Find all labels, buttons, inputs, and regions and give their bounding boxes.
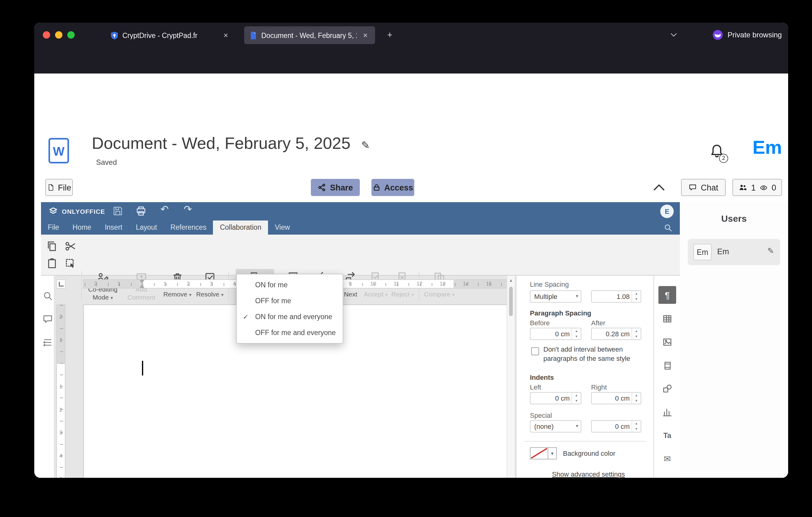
check-icon: ✓: [243, 309, 249, 325]
table-settings-icon[interactable]: [659, 310, 676, 328]
indent-right-spinner[interactable]: 0 cm▴▾: [591, 392, 641, 404]
undo-icon[interactable]: ↶: [158, 203, 171, 216]
caret-down-icon: ▾: [111, 295, 113, 300]
users-drawer: Users Em Em ✎: [680, 202, 788, 478]
viewers-eye-icon: [759, 184, 768, 191]
notification-count-badge: 2: [719, 154, 728, 163]
list-all-tabs-chevron-icon[interactable]: [669, 31, 678, 39]
tab-collaboration[interactable]: Collaboration: [213, 220, 268, 235]
print-icon[interactable]: [135, 205, 147, 217]
select-all-icon[interactable]: [64, 257, 77, 270]
file-menu-button[interactable]: File: [45, 179, 73, 196]
no-interval-checkbox[interactable]: [531, 347, 539, 355]
file-icon: [47, 183, 54, 192]
new-tab-button[interactable]: +: [384, 29, 396, 41]
editor-header-bar: ONLYOFFICE ↶ ↷ E: [41, 202, 680, 220]
indents-label: Indents: [530, 374, 554, 381]
line-spacing-amount-spinner[interactable]: 1.08▴▾: [591, 290, 641, 303]
special-select[interactable]: (none)▾: [530, 420, 581, 433]
after-label: After: [591, 319, 605, 326]
tab-view[interactable]: View: [268, 220, 296, 235]
spacing-before-spinner[interactable]: 0 cm▴▾: [530, 328, 581, 340]
private-browsing-label: Private browsing: [728, 31, 782, 39]
save-icon[interactable]: [112, 205, 124, 217]
browser-nav-bar: ← → ⌂ https://cryptpad.fr/doc/#/3/doc/ed…: [34, 47, 788, 74]
dropdown-item-off-for-everyone[interactable]: OFF for me and everyone: [237, 325, 343, 341]
scroll-up-arrow[interactable]: ▲: [507, 278, 515, 282]
edit-title-pencil-icon[interactable]: ✎: [361, 140, 370, 151]
track-changes-dropdown: ON for me OFF for me ✓ON for me and ever…: [236, 274, 343, 344]
paragraph-settings-panel: Line Spacing Multiple▾ 1.08▴▾ Paragraph …: [516, 276, 654, 478]
tab-stop-selector[interactable]: [56, 279, 65, 289]
cut-icon[interactable]: [64, 240, 77, 252]
left-indent-marker[interactable]: [139, 284, 144, 288]
dropdown-item-off-for-me[interactable]: OFF for me: [237, 293, 343, 309]
redo-icon[interactable]: ↷: [182, 203, 194, 216]
tab-home[interactable]: Home: [66, 220, 98, 235]
browser-window: CryptDrive - CryptPad.fr × Document - We…: [34, 23, 788, 478]
paste-icon[interactable]: [46, 257, 58, 270]
before-label: Before: [530, 319, 550, 326]
scrollbar-thumb[interactable]: [509, 287, 513, 316]
background-color-swatch[interactable]: [530, 447, 548, 459]
indent-right-label: Right: [591, 383, 607, 391]
editor-search-icon[interactable]: [663, 223, 672, 232]
text-art-settings-icon[interactable]: Ta: [659, 426, 676, 444]
copy-icon[interactable]: [46, 240, 58, 252]
edit-user-pencil-icon[interactable]: ✎: [767, 246, 774, 255]
tab-layout[interactable]: Layout: [129, 220, 164, 235]
users-panel-title: Users: [680, 213, 788, 224]
navigation-icon[interactable]: [42, 337, 53, 348]
cryptpad-page: W Document - Wed, February 5, 2025 ✎ Sav…: [34, 74, 788, 478]
indent-left-label: Left: [530, 383, 541, 391]
tab-close-icon[interactable]: ×: [221, 31, 231, 40]
document-type-icon: W: [48, 138, 69, 164]
editors-people-icon: [738, 183, 748, 192]
no-interval-label-line2: paragraphs of the same style: [543, 355, 630, 362]
share-button[interactable]: Share: [311, 179, 360, 196]
tab-cryptdrive[interactable]: CryptDrive - CryptPad.fr ×: [105, 26, 236, 44]
editor-user-avatar[interactable]: E: [660, 205, 674, 218]
vertical-ruler[interactable]: 21123456: [56, 289, 65, 478]
save-status: Saved: [96, 158, 117, 167]
special-amount-spinner[interactable]: 0 cm▴▾: [591, 420, 641, 433]
comments-icon[interactable]: [42, 314, 53, 325]
dropdown-item-on-for-everyone[interactable]: ✓ON for me and everyone: [237, 309, 343, 325]
user-card[interactable]: Em Em ✎: [688, 239, 780, 265]
background-color-caret[interactable]: ▾: [548, 447, 557, 459]
tab-references[interactable]: References: [164, 220, 213, 235]
mail-merge-icon[interactable]: ✉: [659, 450, 676, 467]
right-tool-strip: ¶ Ta ✉: [654, 276, 680, 478]
account-avatar-initials[interactable]: Em: [753, 137, 782, 159]
find-icon[interactable]: [42, 290, 53, 301]
caret-down-icon: ▾: [385, 292, 388, 298]
header-footer-settings-icon[interactable]: [659, 356, 676, 374]
line-spacing-label: Line Spacing: [530, 280, 569, 288]
dropdown-item-on-for-me[interactable]: ON for me: [237, 277, 343, 293]
image-settings-icon[interactable]: [659, 333, 676, 351]
advanced-settings-link[interactable]: Show advanced settings: [552, 470, 625, 478]
participants-indicator[interactable]: 1 0: [732, 179, 782, 196]
tab-close-icon[interactable]: ×: [360, 31, 370, 40]
tab-file[interactable]: File: [41, 220, 66, 235]
indent-left-spinner[interactable]: 0 cm▴▾: [530, 392, 581, 404]
traffic-close-button[interactable]: [43, 31, 50, 38]
access-button[interactable]: Access: [371, 179, 414, 196]
spacing-after-spinner[interactable]: 0.28 cm▴▾: [591, 328, 641, 340]
tab-document[interactable]: Document - Wed, February 5, 2025 ×: [244, 26, 375, 44]
tab-insert[interactable]: Insert: [98, 220, 129, 235]
collapse-toolbar-chevron-up-icon[interactable]: [651, 181, 667, 194]
chart-settings-icon[interactable]: [659, 403, 676, 421]
shape-settings-icon[interactable]: [659, 380, 676, 398]
vertical-scrollbar[interactable]: ▲ ▼: [507, 276, 515, 478]
traffic-zoom-button[interactable]: [67, 31, 75, 38]
tab-title: Document - Wed, February 5, 2025: [261, 31, 357, 39]
traffic-minimize-button[interactable]: [55, 31, 62, 38]
caret-down-icon: ▾: [189, 292, 192, 298]
paragraph-settings-icon[interactable]: ¶: [659, 286, 676, 304]
collaboration-ribbon: Co-editingMode ▾ AddComment Remove ▾ Res…: [41, 235, 680, 276]
first-line-indent-marker[interactable]: [139, 280, 144, 283]
line-spacing-select[interactable]: Multiple▾: [530, 290, 581, 303]
chat-button[interactable]: Chat: [681, 179, 726, 196]
onlyoffice-brand-label: ONLYOFFICE: [62, 208, 105, 215]
